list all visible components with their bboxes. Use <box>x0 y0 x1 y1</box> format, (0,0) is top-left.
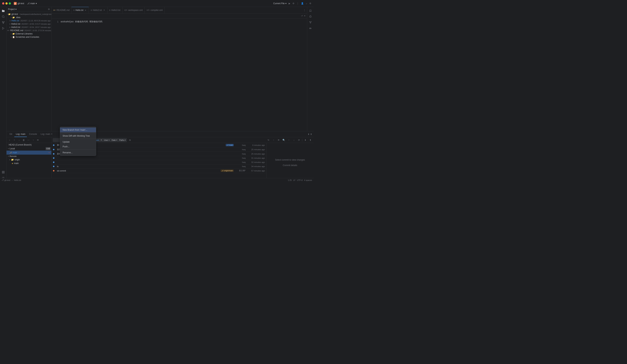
activity-search[interactable] <box>1 14 6 19</box>
back-icon[interactable]: ‹ <box>8 138 12 142</box>
close-branch-icon[interactable]: ✕ <box>101 139 102 141</box>
arrow-up-icon[interactable]: ↑ <box>287 138 291 142</box>
menu-item-rename[interactable]: Rename... <box>60 150 96 155</box>
git-tree-local[interactable]: ▾ Local 右键 <box>6 147 51 151</box>
collapse-icon[interactable]: ⬇ <box>308 133 310 136</box>
tab-close-hello[interactable]: ✕ <box>84 9 87 11</box>
minimize-button[interactable] <box>5 2 8 4</box>
run-icon[interactable]: ▶ <box>289 2 290 5</box>
notifications-icon[interactable] <box>308 14 313 19</box>
bookmarks-icon[interactable] <box>308 8 313 13</box>
refresh-icon[interactable]: ↻ <box>266 138 270 142</box>
expand-branch-icon[interactable]: ↑ <box>31 138 35 142</box>
git-tree-head[interactable]: HEAD (Current Branch) <box>6 143 51 147</box>
fetch-icon[interactable]: ↓ <box>17 138 21 142</box>
tab-close-log2-button[interactable]: ✕ <box>51 133 52 135</box>
status-encoding[interactable]: UTF-8 <box>297 179 303 181</box>
menu-item-show-diff[interactable]: Show Diff with Working Tree <box>60 134 96 138</box>
git-tree-remote[interactable]: ▾ Remote <box>6 155 51 158</box>
find-icon[interactable]: 🔍 <box>282 138 286 142</box>
menu-item-new-branch[interactable]: New Branch from 'main'... <box>60 128 96 132</box>
activity-folder[interactable] <box>1 8 6 13</box>
tab-log-main-2[interactable]: Log: main ✕ <box>39 131 54 137</box>
status-indent[interactable]: 4 spaces <box>304 179 312 181</box>
commit-details-placeholder: Select commit to view changes Commit det… <box>275 158 305 167</box>
more-branch-icon[interactable]: ⋯ <box>26 138 30 142</box>
arrow-down-icon[interactable]: ↓ <box>292 138 296 142</box>
tree-item-root[interactable]: ▾ 📁 git-test ~/workspace/code/backend_co… <box>6 12 51 16</box>
activity-git[interactable] <box>1 20 6 25</box>
delete-icon[interactable]: 🗑 <box>22 138 26 142</box>
tree-item-hello[interactable]: ≡ Hello.txt 2024/5/7, 11:16, 48 B 28 min… <box>6 19 51 22</box>
tab-hello3[interactable]: ≡ Hello3.txt <box>107 7 122 13</box>
tree-item-idea[interactable]: ▸ 📁 .idea <box>6 16 51 19</box>
tab-compiler[interactable]: </> compiler.xml <box>145 7 164 13</box>
git-tree-origin-main[interactable]: ★ main <box>6 161 51 165</box>
commit-row[interactable]: hwq 32 minutes ago <box>52 160 266 164</box>
tree-item-hello3[interactable]: ≡ Hello3.txt 2024/5/7, 10:54, 18 B 7 min… <box>6 26 51 29</box>
commit-row[interactable]: lo hwq 34 minutes ago <box>52 164 266 169</box>
status-position[interactable]: 1:25 <box>288 179 292 181</box>
activity-bar <box>0 7 6 182</box>
tree-item-ext-libs[interactable]: ▸ 📁 External Libraries <box>6 32 51 35</box>
tab-more-button[interactable]: ⋮ <box>302 7 307 13</box>
commit-author: hwq <box>235 149 246 151</box>
maximize-button[interactable] <box>9 2 11 4</box>
branch-selector[interactable]: ⎇ main ▾ <box>27 2 37 5</box>
collapse-log-icon[interactable]: ⬇ <box>303 138 307 142</box>
commit-row[interactable]: ial commit ⎇ origin/main 黄文卿* 57 minutes… <box>52 169 266 173</box>
show-icon[interactable]: 👁 <box>36 138 40 142</box>
tab-console[interactable]: Console <box>28 131 39 137</box>
titlebar-right: Current File ▾ ▶ ⚙ ⋮ 👤 ⌕ ⚙ <box>273 2 311 5</box>
m-icon[interactable]: m <box>308 26 313 31</box>
close-button[interactable] <box>2 2 4 4</box>
tab-readme[interactable]: M+ README.md <box>52 7 71 13</box>
commit-time: 34 minutes ago <box>247 165 265 167</box>
expand-icon[interactable]: ⬆ <box>310 133 312 136</box>
head-label: HEAD (Current Branch) <box>9 144 32 146</box>
wrap-icon[interactable]: ⏎ <box>301 15 303 17</box>
tree-item-readme[interactable]: M+ README.md 2024/5/7, 10:30, 27 B 34 mi… <box>6 29 51 32</box>
menu-item-push[interactable]: Push... <box>60 144 96 149</box>
tree-item-hello2[interactable]: ≡ Hello2.txt 2024/5/7, 10:50, 5 B 27 min… <box>6 22 51 26</box>
expand-log-icon[interactable]: ⬆ <box>309 138 313 142</box>
tab-workspace[interactable]: </> workspace.xml <box>122 7 145 13</box>
tab-hello[interactable]: ≡ Hello.txt ✕ <box>71 7 89 13</box>
add-branch-icon[interactable]: ＋ <box>12 138 16 142</box>
push-icon[interactable]: ↑ <box>272 138 276 142</box>
expand-icon: ▾ <box>8 148 9 150</box>
status-git[interactable]: ⎇ git-test <box>1 179 10 181</box>
gear-icon[interactable]: ⚙ <box>309 2 311 5</box>
tab-git[interactable]: Git <box>8 131 14 137</box>
status-line-ending[interactable]: LF <box>293 179 296 181</box>
close-editor-icon[interactable]: ✕ <box>304 15 306 17</box>
expand-icon: ▸ <box>10 36 12 38</box>
window-controls[interactable] <box>2 2 11 4</box>
tab-hello2[interactable]: ≡ Hello2.txt ✕ <box>89 7 107 13</box>
chevron-down-icon: ▾ <box>36 2 37 5</box>
activity-run[interactable] <box>1 26 6 31</box>
status-file[interactable]: Hello.txt <box>14 179 21 181</box>
git-right-icon[interactable] <box>308 20 313 25</box>
settings-icon[interactable]: ⚙ <box>292 2 294 5</box>
current-file-button[interactable]: Current File ▾ <box>273 2 286 5</box>
menu-item-update[interactable]: Update <box>60 140 96 144</box>
git-tree-origin[interactable]: ▸ 📁 origin <box>6 158 51 161</box>
tab-close-hello2[interactable]: ✕ <box>103 9 105 11</box>
more-icon[interactable]: ⋮ <box>297 2 299 5</box>
tab-log-main[interactable]: Log: main <box>14 131 27 137</box>
expand-icon: ▸ <box>10 16 12 18</box>
search-icon[interactable]: ⌕ <box>306 2 307 5</box>
commit-row[interactable]: hwq 31 minutes ago <box>52 156 266 160</box>
activity-plugins[interactable] <box>1 170 6 175</box>
sidebar-settings-icon[interactable]: ⚙ <box>48 8 50 10</box>
tree-item-scratches[interactable]: ▸ 📋 Scratches and Consoles <box>6 35 51 39</box>
graph-icon[interactable]: ⟳ <box>297 138 301 142</box>
new-window-icon[interactable]: ⧉ <box>128 138 132 142</box>
git-tree-main-branch[interactable]: ⎇ main ↗ → <box>6 151 51 155</box>
eye-icon[interactable]: 👁 <box>277 138 281 142</box>
status-indent-value: 4 spaces <box>304 179 312 181</box>
svg-point-14 <box>311 21 311 22</box>
profile-icon[interactable]: 👤 <box>301 2 304 5</box>
commit-author: hwq <box>235 153 246 155</box>
